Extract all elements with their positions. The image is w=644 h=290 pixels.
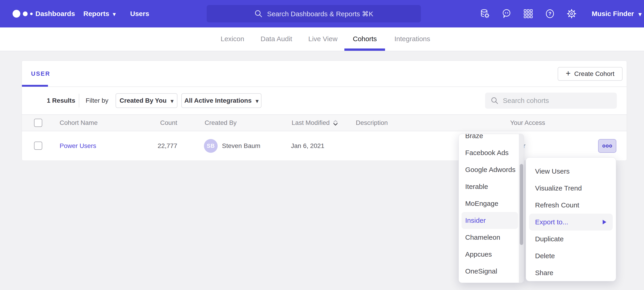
row-actions-button[interactable] [598,139,616,153]
header-created-by: Created By [204,115,236,131]
feedback-icon[interactable] [501,9,512,19]
context-menu-share[interactable]: Share [526,264,616,281]
created-by-filter-dropdown[interactable]: Created By You ▾ [116,93,178,108]
ellipsis-icon [602,144,613,148]
context-menu-view-users[interactable]: View Users [526,163,616,180]
svg-text:?: ? [548,11,551,17]
nav-dashboards[interactable]: Dashboards [36,0,75,28]
mixpanel-logo-icon[interactable] [12,0,33,28]
context-menu-delete[interactable]: Delete [526,247,616,264]
plus-icon: + [566,69,571,78]
cohorts-panel: USER + Create Cohort 1 Results Filter by… [22,61,627,160]
project-name: Music Finder [592,10,634,18]
table-row: Power Users 22,777 SB Steven Baum Jan 6,… [22,131,627,160]
global-search-input[interactable]: Search Dashboards & Reports ⌘K [207,5,421,22]
export-target-iterable[interactable]: Iterable [459,178,524,195]
submenu-arrow-icon [603,220,606,224]
user-tab-indicator [22,85,48,87]
cohort-type-tabs: USER + Create Cohort [22,61,627,87]
nav-reports-label: Reports [83,10,109,18]
context-menu-visualize-trend[interactable]: Visualize Trend [526,180,616,197]
results-count: 1 Results [47,87,75,114]
chevron-down-icon: ▾ [638,11,642,17]
context-menu-duplicate[interactable]: Duplicate [526,231,616,247]
search-icon [254,9,263,18]
count-cell: 22,777 [132,131,177,160]
export-targets-menu: Braze Facebook Ads Google Adwords Iterab… [458,134,524,283]
apps-grid-icon[interactable] [523,9,534,19]
last-modified-cell: Jan 6, 2021 [291,131,324,160]
context-menu-export-to-label: Export to... [535,218,568,226]
active-tab-indicator [344,49,385,51]
chevron-down-icon: ▾ [170,98,173,104]
export-target-moengage[interactable]: MoEngage [459,195,524,212]
tab-user-cohorts[interactable]: USER [31,61,50,86]
tab-integrations[interactable]: Integrations [394,28,430,50]
sort-icon[interactable] [332,120,338,126]
context-menu-export-to[interactable]: Export to... [529,214,613,231]
export-target-onesignal[interactable]: OneSignal [459,263,524,280]
project-switcher[interactable]: Music Finder ▾ [592,0,642,28]
export-target-braze[interactable]: Braze [459,134,524,144]
nav-users[interactable]: Users [130,0,149,28]
header-last-modified[interactable]: Last Modified [292,115,338,131]
integrations-filter-dropdown[interactable]: All Active Integrations ▾ [181,93,262,108]
integrations-filter-value: All Active Integrations [184,97,252,104]
chevron-down-icon: ▾ [256,98,258,104]
scrollbar-thumb[interactable] [520,164,523,245]
cohort-name-cell: Power Users [60,131,96,160]
create-cohort-label: Create Cohort [574,70,614,78]
created-by-filter-value: Created By You [120,97,167,104]
export-target-facebook-ads[interactable]: Facebook Ads [459,144,524,161]
created-by-cell: Steven Baum [222,131,260,160]
nav-users-label: Users [130,10,149,18]
tab-data-audit[interactable]: Data Audit [260,28,292,50]
tab-cohorts[interactable]: Cohorts [353,28,377,50]
export-target-chameleon[interactable]: Chameleon [459,229,524,246]
export-target-appcues[interactable]: Appcues [459,246,524,263]
row-context-menu: View Users Visualize Trend Refresh Count… [526,157,616,281]
create-cohort-button[interactable]: + Create Cohort [558,67,622,81]
nav-reports[interactable]: Reports ▾ [83,0,116,28]
chevron-down-icon: ▾ [113,12,116,17]
header-description: Description [356,115,388,131]
header-cohort-name: Cohort Name [60,115,98,131]
avatar: SB [204,139,218,153]
header-count: Count [132,115,177,131]
export-target-google-adwords[interactable]: Google Adwords [459,161,524,178]
header-your-access: Your Access [510,115,545,131]
nav-dashboards-label: Dashboards [36,10,75,18]
filter-toolbar: 1 Results Filter by Created By You ▾ All… [22,87,627,114]
select-all-checkbox[interactable] [34,119,42,127]
help-icon[interactable]: ? [545,9,555,19]
data-settings-icon[interactable] [480,9,490,19]
tab-live-view[interactable]: Live View [308,28,338,50]
tab-lexicon[interactable]: Lexicon [220,28,244,50]
global-search-placeholder: Search Dashboards & Reports ⌘K [267,10,373,18]
row-checkbox[interactable] [34,141,42,150]
export-targets-list: Braze Facebook Ads Google Adwords Iterab… [459,134,524,280]
search-cohorts-input[interactable] [485,93,617,109]
cohort-name-link[interactable]: Power Users [60,142,96,150]
filter-by-label: Filter by [86,87,108,114]
export-target-insider[interactable]: Insider [462,212,518,229]
divider [79,94,79,107]
table-header-row: Cohort Name Count Created By Last Modifi… [22,114,627,131]
header-last-modified-label: Last Modified [292,119,330,126]
settings-gear-icon[interactable] [566,9,577,19]
context-menu-refresh-count[interactable]: Refresh Count [526,197,616,214]
top-navigation-bar: Dashboards Reports ▾ Users Search Dashbo… [0,0,644,28]
